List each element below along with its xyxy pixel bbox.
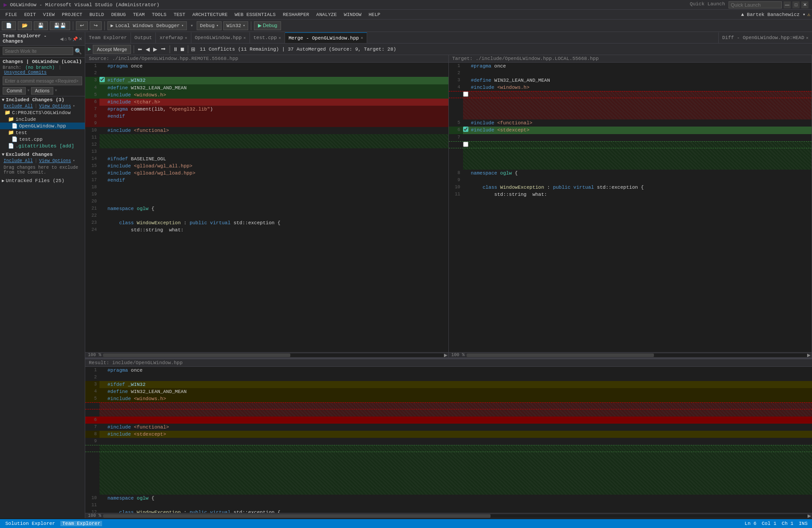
tab-team-explorer[interactable]: Team Explorer xyxy=(85,32,131,43)
tab-test-cpp[interactable]: test.cpp ✕ xyxy=(250,32,285,43)
menu-edit[interactable]: EDIT xyxy=(20,11,39,18)
test-cpp-close[interactable]: ✕ xyxy=(279,36,281,40)
source-scroll-right[interactable]: ▶ xyxy=(444,353,448,357)
menu-architecture[interactable]: ARCHITECTURE xyxy=(189,11,231,18)
undo-button[interactable]: ↩ xyxy=(76,21,88,30)
tree-include-file[interactable]: 📄 OpenGLWindow.hpp xyxy=(0,123,85,129)
menu-view[interactable]: VIEW xyxy=(40,11,58,18)
tab-openglwindow-hpp[interactable]: OpenGLWindow.hpp ✕ xyxy=(191,32,250,43)
menu-project[interactable]: PROJECT xyxy=(58,11,86,18)
menu-build[interactable]: BUILD xyxy=(86,11,107,18)
xrefwrap-close[interactable]: ✕ xyxy=(185,36,187,40)
prev-conflict-button[interactable]: ⬅ xyxy=(137,46,143,52)
menu-test[interactable]: TEST xyxy=(170,11,189,18)
menu-window[interactable]: WINDOW xyxy=(341,11,365,18)
sidebar-pin-button[interactable]: 📌 xyxy=(72,36,78,41)
openglwindow-close[interactable]: ✕ xyxy=(243,36,246,40)
target-hscrollbar[interactable]: 100 % ▶ xyxy=(449,352,812,357)
source-check-3[interactable] xyxy=(99,77,105,82)
save-all-button[interactable]: 💾💾 xyxy=(50,21,70,30)
result-hscrollbar[interactable]: 100 % ▶ xyxy=(85,513,812,518)
pause-button[interactable]: ⏸ xyxy=(173,46,178,52)
include-all-link[interactable]: Include All xyxy=(4,159,33,163)
source-hscroll-thumb[interactable] xyxy=(103,353,290,357)
view-options-1[interactable]: View Options xyxy=(39,104,71,109)
project-label: Changes | OGLWindow (Local) xyxy=(3,59,82,64)
commit-button[interactable]: Commit xyxy=(3,87,26,95)
stop-button[interactable]: ⏹ xyxy=(180,46,185,52)
restore-button[interactable]: □ xyxy=(792,1,800,8)
menu-analyze[interactable]: ANALYZE xyxy=(313,11,340,18)
target-check-green[interactable] xyxy=(463,142,468,147)
tab-output[interactable]: Output xyxy=(131,32,156,43)
unsynced-link[interactable]: Unsynced Commits xyxy=(4,70,47,75)
result-scroll-right[interactable]: ▶ xyxy=(808,513,811,518)
source-code-editor[interactable]: 1#pragma once 2 3#ifdef _WIN32 4#define … xyxy=(85,63,448,352)
team-explorer-tab[interactable]: Team Explorer xyxy=(60,521,102,526)
view-options-2[interactable]: View Options xyxy=(39,159,71,163)
file-icon-gitattrib: 📄 xyxy=(8,143,14,149)
tab-merge-openglwindow[interactable]: Merge - OpenGLWindow.hpp ✕ xyxy=(285,32,367,43)
actions-button[interactable]: Actions xyxy=(31,87,54,95)
tree-include-folder[interactable]: 📁 include xyxy=(0,116,85,123)
source-hscrollbar[interactable]: 100 % ▶ xyxy=(85,352,448,357)
tree-root[interactable]: 📁 C:PROJECTS\OGLWindow xyxy=(0,109,85,116)
start-debug-button[interactable]: ▶ Debug xyxy=(254,21,281,30)
menu-help[interactable]: HELP xyxy=(365,11,384,18)
mode-dropdown[interactable]: Debug ▾ xyxy=(197,21,222,30)
result-hscroll-thumb[interactable] xyxy=(103,514,491,518)
sidebar-refresh-button[interactable]: ↻ xyxy=(68,36,71,41)
tab-xrefwrap[interactable]: xrefwrap ✕ xyxy=(156,32,191,43)
work-item-search[interactable] xyxy=(3,47,73,55)
menu-resharper[interactable]: RESHARPER xyxy=(279,11,313,18)
tree-gitattributes[interactable]: 📄 .gitattributes [add] xyxy=(0,143,85,149)
new-file-button[interactable]: 📄 xyxy=(2,21,16,30)
next-item-button[interactable]: ▶ xyxy=(152,46,158,52)
debugger-dropdown[interactable]: ▶ Local Windows Debugger ▾ xyxy=(107,21,187,30)
sidebar-back-button[interactable]: ◀ xyxy=(60,36,63,41)
redo-button[interactable]: ↪ xyxy=(90,21,102,30)
target-check-hatch1[interactable] xyxy=(463,91,468,97)
sidebar-close-button[interactable]: ✕ xyxy=(79,36,82,41)
included-changes-section[interactable]: ▼ Included Changes (3) xyxy=(0,96,85,103)
solution-explorer-tab[interactable]: Solution Explorer xyxy=(4,521,57,526)
menu-team[interactable]: TEAM xyxy=(129,11,148,18)
platform-dropdown[interactable]: Win32 ▾ xyxy=(223,21,248,30)
save-button[interactable]: 💾 xyxy=(34,21,48,30)
minimize-button[interactable]: — xyxy=(784,1,791,8)
next-conflict-button[interactable]: ⮕ xyxy=(160,46,167,52)
merge-close[interactable]: ✕ xyxy=(360,36,363,40)
target-scroll-right[interactable]: ▶ xyxy=(807,353,811,357)
exclude-all-link[interactable]: Exclude All xyxy=(4,104,33,109)
tree-test-folder[interactable]: 📁 test xyxy=(0,129,85,136)
menu-tools[interactable]: TOOLS xyxy=(148,11,170,18)
target-code-editor[interactable]: 1#pragma once 2 3#define WIN32_LEAN_AND_… xyxy=(449,63,812,352)
prev-item-button[interactable]: ◀ xyxy=(145,46,151,52)
source-line-23: 23 class WindowException : public virtua… xyxy=(85,219,448,226)
commit-message-input[interactable] xyxy=(3,76,82,85)
source-line-11: 11 xyxy=(85,134,448,141)
accept-merge-button[interactable]: Accept Merge xyxy=(93,45,131,54)
view-options-arrow-2[interactable]: ▾ xyxy=(73,159,75,163)
expand-button[interactable]: ⊞ xyxy=(191,46,195,52)
tab-label-merge: Merge - OpenGLWindow.hpp xyxy=(289,36,359,41)
menu-debug[interactable]: DEBUG xyxy=(107,11,129,18)
tree-test-file[interactable]: 📄 test.cpp xyxy=(0,136,85,143)
menu-file[interactable]: FILE xyxy=(2,11,20,18)
target-hscroll-thumb[interactable] xyxy=(467,353,654,357)
quick-launch-input[interactable] xyxy=(729,1,782,8)
open-button[interactable]: 📂 xyxy=(18,21,32,30)
diff-tab-close[interactable]: ✕ xyxy=(806,36,808,40)
untracked-files-section[interactable]: ▶ Untracked Files (25) xyxy=(0,177,85,184)
view-options-arrow-1[interactable]: ▾ xyxy=(73,104,75,109)
sidebar-home-button[interactable]: ⌂ xyxy=(64,36,67,41)
close-button[interactable]: ✕ xyxy=(801,1,808,8)
menu-webessentials[interactable]: WEB ESSENTIALS xyxy=(231,11,279,18)
search-icon-button[interactable]: 🔍 xyxy=(75,48,82,55)
excluded-changes-section[interactable]: ▼ Excluded Changes xyxy=(0,151,85,158)
result-code-editor[interactable]: 1#pragma once 2 3#ifdef _WIN32 4#define … xyxy=(85,367,812,513)
tab-diff[interactable]: Diff - OpenGLWindow.hpp:HEAD ✕ xyxy=(718,32,812,43)
target-check-6[interactable] xyxy=(463,127,468,132)
source-line-6: 6#include <tchar.h> xyxy=(85,99,448,106)
tabs-bar: Team Explorer Output xrefwrap ✕ OpenGLWi… xyxy=(85,32,812,44)
